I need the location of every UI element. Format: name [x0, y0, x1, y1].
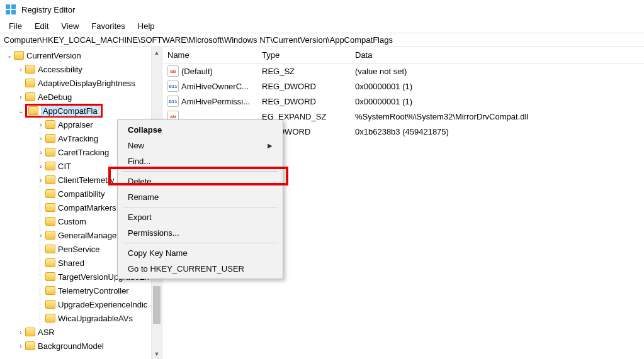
chevron-right-icon[interactable]: ›: [37, 163, 45, 170]
folder-icon: [45, 258, 55, 267]
value-bin-icon: 011: [167, 80, 179, 92]
folder-icon: [25, 65, 35, 74]
folder-icon: [45, 300, 55, 309]
tree-label-selected: AppCompatFla: [41, 106, 99, 116]
menu-help[interactable]: Help: [132, 20, 161, 32]
tree-item[interactable]: TelemetryController: [37, 284, 162, 297]
ctx-export[interactable]: Export: [119, 209, 281, 225]
folder-icon: [45, 162, 55, 170]
value-str-icon: ab: [167, 65, 179, 77]
ctx-delete[interactable]: Delete: [119, 174, 281, 189]
ctx-rename[interactable]: Rename: [119, 189, 281, 205]
scroll-up-icon[interactable]: ▲: [152, 47, 162, 58]
chevron-down-icon[interactable]: ⌄: [5, 52, 14, 59]
folder-icon: [45, 314, 55, 323]
scroll-down-icon[interactable]: ▼: [152, 348, 162, 359]
tree-item[interactable]: ›BackgroundModel: [16, 339, 162, 353]
tree-item[interactable]: WicaUpgradableAVs: [37, 311, 162, 325]
tree-item[interactable]: ›AeDebug: [16, 90, 162, 104]
tree-label: AdaptiveDisplayBrightness: [38, 79, 135, 88]
tree-label: Custom: [58, 217, 86, 226]
separator: [123, 243, 278, 243]
col-header-type[interactable]: Type: [257, 48, 350, 62]
chevron-right-icon[interactable]: ›: [37, 149, 45, 156]
ctx-new[interactable]: New▶: [119, 138, 281, 153]
value-data: 0x1b6238b3 (459421875): [350, 127, 644, 136]
tree-label: Compatibility: [58, 189, 105, 199]
folder-icon: [28, 106, 38, 115]
tree-item[interactable]: AdaptiveDisplayBrightness: [16, 76, 162, 90]
folder-icon: [45, 175, 55, 184]
ctx-label: Go to HKEY_CURRENT_USER: [128, 264, 244, 273]
ctx-label: Rename: [128, 192, 159, 202]
address-bar[interactable]: Computer\HKEY_LOCAL_MACHINE\SOFTWARE\Mic…: [0, 33, 644, 47]
list-row[interactable]: 011AmiHiveOwnerC...REG_DWORD0x00000001 (…: [162, 79, 644, 94]
tree-item[interactable]: ›Accessibility: [16, 62, 162, 76]
svg-rect-2: [6, 10, 10, 14]
ctx-permissions[interactable]: Permissions...: [119, 225, 281, 241]
scroll-thumb[interactable]: [153, 286, 161, 324]
tree-label: CurrentVersion: [26, 51, 81, 60]
chevron-right-icon[interactable]: ›: [16, 343, 25, 350]
ctx-copy-key-name[interactable]: Copy Key Name: [119, 245, 281, 261]
col-header-data[interactable]: Data: [350, 48, 644, 62]
chevron-right-icon[interactable]: ›: [37, 177, 45, 184]
value-name: AmiHiveOwnerC...: [181, 82, 249, 91]
chevron-right-icon[interactable]: ›: [37, 232, 45, 239]
tree-label: AvTracking: [58, 134, 98, 143]
ctx-label: Export: [128, 213, 152, 222]
folder-icon: [45, 120, 55, 129]
ctx-collapse[interactable]: Collapse: [119, 122, 281, 138]
titlebar: Registry Editor: [0, 0, 644, 19]
folder-icon: [45, 286, 55, 295]
tree-label: BackgroundModel: [38, 341, 104, 351]
tree-label: CompatMarkers: [58, 203, 116, 213]
chevron-right-icon[interactable]: ›: [16, 66, 25, 73]
folder-icon: [45, 231, 55, 240]
svg-rect-3: [11, 10, 16, 14]
menu-edit[interactable]: Edit: [28, 20, 55, 32]
folder-icon: [45, 245, 55, 253]
value-bin-icon: 011: [167, 96, 179, 107]
separator: [123, 207, 278, 207]
chevron-right-icon[interactable]: ›: [16, 94, 25, 101]
menu-file[interactable]: File: [3, 20, 28, 32]
svg-rect-1: [11, 4, 16, 9]
tree-item-appcompatflags[interactable]: ⌄ AppCompatFla: [16, 104, 162, 118]
tree-label: PenService: [58, 245, 99, 254]
folder-icon: [45, 189, 55, 198]
folder-icon: [25, 341, 35, 350]
ctx-label: Permissions...: [128, 228, 179, 238]
list-row[interactable]: ab(Default)REG_SZ(value not set): [162, 64, 644, 79]
chevron-right-icon[interactable]: ›: [37, 121, 45, 128]
value-name: AmiHivePermissi...: [181, 97, 250, 106]
context-menu: Collapse New▶ Find... Delete Rename Expo…: [117, 119, 283, 279]
highlight-selected: AppCompatFla: [25, 104, 103, 118]
svg-rect-0: [6, 4, 10, 9]
value-type: REG_SZ: [257, 67, 350, 76]
value-type: REG_DWORD: [257, 97, 350, 106]
chevron-right-icon[interactable]: ›: [16, 329, 25, 336]
ctx-goto-hkcu[interactable]: Go to HKEY_CURRENT_USER: [119, 261, 281, 277]
tree-label: AeDebug: [38, 92, 72, 102]
ctx-find[interactable]: Find...: [119, 153, 281, 169]
menu-view[interactable]: View: [55, 20, 85, 32]
list-row[interactable]: 011AmiHivePermissi...REG_DWORD0x00000001…: [162, 94, 644, 109]
value-data: (value not set): [350, 67, 644, 76]
chevron-down-icon[interactable]: ⌄: [16, 108, 25, 114]
chevron-right-icon[interactable]: ›: [37, 135, 45, 142]
tree-item[interactable]: ›ASR: [16, 325, 162, 339]
folder-icon: [45, 134, 55, 143]
menubar: File Edit View Favorites Help: [0, 19, 644, 33]
tree-item[interactable]: UpgradeExperienceIndic: [37, 297, 162, 311]
tree-label: Appraiser: [58, 120, 93, 130]
menu-favorites[interactable]: Favorites: [85, 20, 131, 32]
submenu-arrow-icon: ▶: [268, 142, 273, 149]
ctx-label: Copy Key Name: [128, 248, 188, 258]
tree-label: GeneralManager: [58, 231, 120, 240]
tree-label: TelemetryController: [58, 286, 129, 295]
col-header-name[interactable]: Name: [162, 48, 257, 62]
tree-label: CaretTracking: [58, 148, 109, 157]
tree-item-currentversion[interactable]: ⌄ CurrentVersion: [1, 48, 162, 62]
list-header: Name Type Data: [162, 47, 644, 64]
